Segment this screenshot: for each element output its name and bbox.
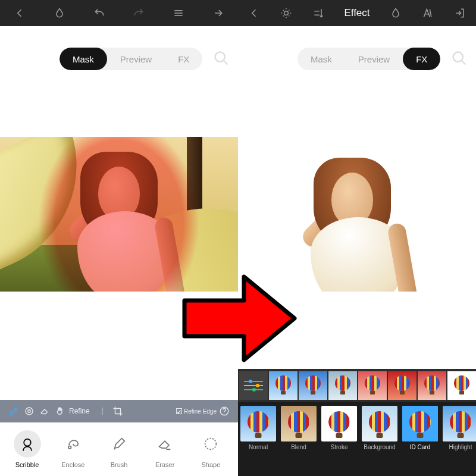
svg-point-6	[24, 439, 31, 446]
segment-fx[interactable]: FX	[165, 48, 202, 70]
redo-icon[interactable]	[132, 7, 145, 20]
mini-crop-icon[interactable]	[110, 400, 126, 422]
svg-point-7	[68, 446, 71, 449]
sun-icon[interactable]	[280, 7, 293, 20]
fx-thumb[interactable]	[388, 371, 416, 400]
mask-overlay	[0, 137, 238, 292]
fx-mode-highlight[interactable]: Highlight	[441, 406, 476, 450]
mini-hand-icon[interactable]	[52, 400, 68, 422]
fx-mode-label: Highlight	[449, 444, 472, 450]
left-tool-tray: Scribble Enclose Brush Eraser Shape	[0, 422, 238, 476]
fx-mode-label: Blend	[291, 444, 306, 450]
right-segmented-control: Mask Preview FX	[298, 48, 440, 70]
left-secondary-toolbar: Refine ✔ Refine Edge	[0, 400, 238, 422]
svg-point-0	[284, 11, 289, 15]
left-image-pane[interactable]	[0, 137, 238, 292]
fx-mode-idcard[interactable]: ID Card	[401, 406, 439, 450]
refine-edge-toggle[interactable]: ✔ Refine Edge	[176, 408, 217, 415]
fx-mode-blend[interactable]: Blend	[280, 406, 318, 450]
tool-eraser[interactable]: Eraser	[143, 430, 187, 468]
drop-icon[interactable]	[389, 7, 402, 20]
fx-mode-label: Background	[364, 444, 395, 450]
fx-mode-row: NormalBlendStrokeBackgroundID CardHighli…	[238, 402, 476, 476]
sort-icon[interactable]	[312, 7, 325, 20]
tool-brush[interactable]: Brush	[96, 430, 141, 468]
fx-mode-label: Normal	[249, 444, 268, 450]
fx-thumb[interactable]	[418, 371, 446, 400]
right-image-pane[interactable]	[238, 137, 476, 292]
segment-preview[interactable]: Preview	[107, 48, 165, 70]
undo-icon[interactable]	[93, 7, 106, 20]
exit-icon[interactable]	[453, 7, 466, 20]
svg-point-4	[28, 410, 31, 413]
fx-mode-label: Stroke	[331, 444, 348, 450]
svg-point-2	[453, 52, 463, 61]
fx-sliders-button[interactable]	[239, 371, 268, 400]
fx-thumb[interactable]	[328, 371, 357, 400]
fx-mode-normal[interactable]: Normal	[239, 406, 277, 450]
magnify-icon[interactable]	[213, 50, 230, 68]
tool-scribble[interactable]: Scribble	[5, 430, 49, 468]
checkbox-icon: ✔	[176, 408, 182, 414]
svg-point-8	[205, 439, 217, 450]
back-icon[interactable]	[13, 7, 26, 20]
fx-thumb[interactable]	[447, 371, 476, 400]
right-segmented-row: Mask Preview FX	[298, 48, 476, 70]
right-top-toolbar: Effect	[238, 0, 476, 26]
fx-thumb[interactable]	[269, 371, 298, 400]
left-segmented-row: Mask Preview FX	[60, 48, 238, 70]
mini-circle-icon[interactable]	[21, 400, 37, 422]
tool-shape[interactable]: Shape	[189, 430, 233, 468]
magnify-icon[interactable]	[451, 50, 468, 68]
segment-preview[interactable]: Preview	[345, 48, 403, 70]
segment-mask[interactable]: Mask	[298, 48, 345, 70]
fx-thumb[interactable]	[358, 371, 387, 400]
fx-mode-label: ID Card	[410, 444, 430, 450]
forward-icon[interactable]	[212, 7, 225, 20]
mini-brush-icon[interactable]	[6, 400, 21, 422]
left-segmented-control: Mask Preview FX	[60, 48, 202, 70]
fx-mode-background[interactable]: Background	[361, 406, 399, 450]
help-icon[interactable]	[217, 400, 232, 422]
svg-point-1	[215, 52, 225, 61]
divider-icon	[95, 400, 110, 422]
tool-enclose[interactable]: Enclose	[51, 430, 95, 468]
left-top-toolbar	[0, 0, 238, 26]
fx-thumbnail-strip	[238, 369, 476, 402]
list-icon[interactable]	[172, 7, 185, 20]
fx-thumb[interactable]	[299, 371, 327, 400]
fx-mode-stroke[interactable]: Stroke	[320, 406, 358, 450]
mini-eraser-icon[interactable]	[37, 400, 52, 422]
effect-title: Effect	[344, 7, 369, 19]
back-icon[interactable]	[248, 7, 261, 20]
svg-point-3	[26, 408, 33, 415]
segment-fx[interactable]: FX	[403, 48, 440, 70]
drop-icon[interactable]	[53, 7, 66, 20]
text-icon[interactable]	[421, 7, 434, 20]
refine-button[interactable]: Refine	[69, 407, 90, 415]
segment-mask[interactable]: Mask	[60, 48, 107, 70]
